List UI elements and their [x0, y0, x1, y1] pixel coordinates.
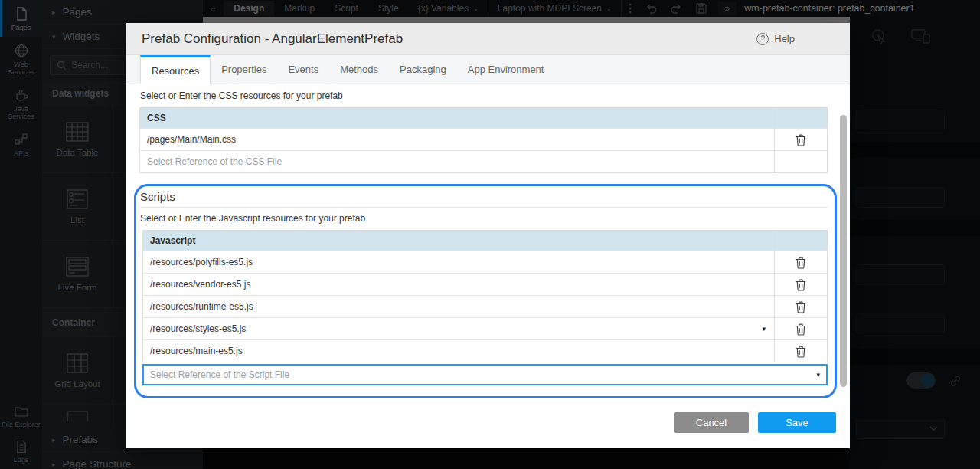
scripts-table: Javascript /resources/polyfills-es5.js /…	[142, 230, 828, 362]
dialog-header: Prefab Configuration - AngularElementPre…	[126, 23, 850, 55]
css-resource-input-row	[140, 150, 827, 172]
help-label: Help	[774, 33, 795, 44]
save-button[interactable]: Save	[758, 412, 836, 433]
scripts-instruction: Select or Enter the Javascript resources…	[140, 213, 365, 224]
css-resource-row: /pages/Main/Main.css	[140, 128, 827, 150]
script-resource-value[interactable]: /resources/vendor-es5.js	[143, 274, 774, 295]
help-button[interactable]: ? Help	[756, 33, 795, 45]
prefab-configuration-dialog: Prefab Configuration - AngularElementPre…	[126, 23, 850, 448]
select-dropdown-caret-icon[interactable]: ▾	[816, 371, 820, 379]
row-dropdown-caret-icon[interactable]: ▾	[760, 325, 767, 333]
dialog-title: Prefab Configuration - AngularElementPre…	[142, 31, 403, 47]
tab-packaging[interactable]: Packaging	[389, 55, 457, 84]
css-instruction: Select or Enter the CSS resources for yo…	[140, 90, 343, 101]
css-resource-input[interactable]	[147, 156, 767, 167]
delete-script-resource-button[interactable]	[795, 278, 806, 291]
tab-app-environment[interactable]: App Environment	[457, 55, 555, 84]
delete-script-resource-button[interactable]	[795, 345, 806, 358]
help-question-icon: ?	[756, 33, 769, 45]
cancel-button[interactable]: Cancel	[674, 412, 749, 433]
dialog-body: Select or Enter the CSS resources for yo…	[126, 84, 850, 448]
script-resource-value[interactable]: /resources/runtime-es5.js	[143, 296, 774, 317]
script-resource-row: /resources/vendor-es5.js	[143, 273, 827, 295]
css-input-action-cell	[774, 151, 827, 172]
script-resource-row-dropdown: /resources/styles-es5.js ▾	[143, 317, 827, 339]
css-table: CSS /pages/Main/Main.css	[139, 107, 828, 173]
modal-scrollbar-thumb[interactable]	[840, 115, 847, 387]
script-resource-value[interactable]: /resources/styles-es5.js	[150, 323, 246, 334]
script-resource-select: ▾	[142, 364, 828, 385]
script-resource-row: /resources/polyfills-es5.js	[143, 251, 827, 273]
scripts-table-header: Javascript	[143, 231, 827, 251]
scripts-heading-rule	[140, 207, 828, 208]
css-resource-value[interactable]: /pages/Main/Main.css	[140, 129, 774, 150]
tab-events[interactable]: Events	[277, 55, 329, 84]
script-resource-input[interactable]	[150, 369, 816, 380]
scripts-action-column-header	[774, 231, 827, 251]
script-resource-value[interactable]: /resources/polyfills-es5.js	[143, 251, 774, 273]
script-resource-row: /resources/runtime-es5.js	[143, 295, 827, 317]
css-action-column-header	[774, 108, 827, 128]
scripts-heading: Scripts	[140, 190, 175, 203]
script-resource-value[interactable]: /resources/main-es5.js	[143, 340, 774, 362]
css-column-header: CSS	[140, 108, 774, 128]
tab-resources[interactable]: Resources	[140, 55, 211, 84]
delete-script-resource-button[interactable]	[795, 323, 806, 336]
delete-css-resource-button[interactable]	[795, 133, 806, 146]
css-table-header: CSS	[140, 108, 827, 128]
tab-methods[interactable]: Methods	[329, 55, 389, 84]
delete-script-resource-button[interactable]	[795, 300, 806, 313]
script-resource-row: /resources/main-es5.js	[143, 339, 827, 362]
javascript-column-header: Javascript	[143, 231, 774, 251]
tab-properties[interactable]: Properties	[211, 55, 277, 84]
delete-script-resource-button[interactable]	[795, 256, 806, 269]
dialog-tab-bar: Resources Properties Events Methods Pack…	[126, 55, 850, 84]
